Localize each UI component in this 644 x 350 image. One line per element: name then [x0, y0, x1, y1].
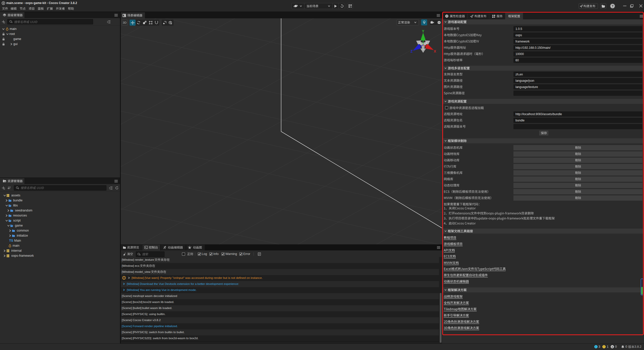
svg-text:!: !	[603, 345, 604, 348]
svg-text:Y: Y	[422, 29, 424, 33]
svg-text:?: ?	[612, 5, 614, 8]
svg-text:Z: Z	[411, 49, 413, 53]
svg-text:i: i	[596, 345, 596, 348]
svg-text:X: X	[434, 49, 436, 53]
svg-text:x: x	[612, 345, 613, 348]
